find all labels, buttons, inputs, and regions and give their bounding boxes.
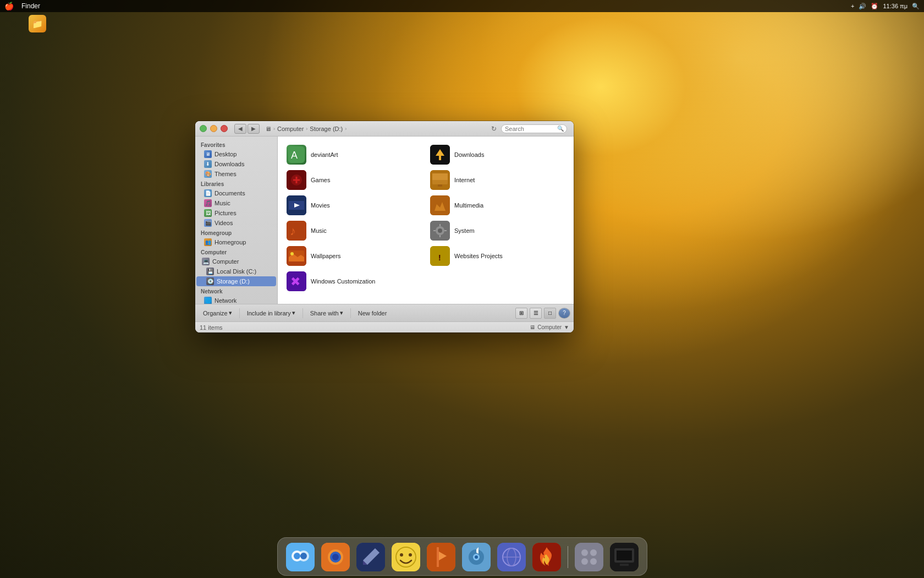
share-with-button[interactable]: Share with ▾ bbox=[306, 308, 348, 318]
scrollbar-indicator[interactable]: ▼ bbox=[564, 324, 569, 330]
file-item-system[interactable]: System bbox=[426, 218, 569, 243]
sidebar-item-music[interactable]: 🎵 Music bbox=[196, 198, 276, 208]
toolbar-sep-1 bbox=[239, 308, 240, 318]
smiley-icon bbox=[392, 543, 420, 571]
add-icon[interactable]: + bbox=[851, 3, 854, 9]
refresh-button[interactable]: ↻ bbox=[491, 125, 497, 133]
music-icon-small: 🎵 bbox=[204, 199, 212, 207]
sidebar-item-localdisk[interactable]: 💾 Local Disk (C:) bbox=[196, 266, 276, 276]
svg-point-33 bbox=[332, 554, 339, 560]
dock-itunes[interactable] bbox=[460, 541, 492, 573]
firefox-icon bbox=[321, 543, 350, 571]
sidebar-section-homegroup: Homegroup bbox=[195, 228, 277, 237]
dock-controls[interactable] bbox=[573, 541, 605, 573]
internet-label: Internet bbox=[454, 177, 475, 183]
wallpapers-label: Wallpapers bbox=[311, 253, 341, 259]
toolbar-sep-3 bbox=[350, 308, 351, 318]
help-button[interactable]: ? bbox=[558, 308, 570, 319]
sidebar-item-network[interactable]: 🌐 Network bbox=[196, 296, 276, 304]
sidebar-item-storage[interactable]: 💽 Storage (D:) bbox=[196, 276, 276, 286]
games-label: Games bbox=[311, 177, 330, 183]
dock-orange-app[interactable] bbox=[425, 541, 457, 573]
games-icon bbox=[287, 170, 306, 190]
dock-dark-app[interactable] bbox=[608, 541, 640, 573]
downloads-folder-icon bbox=[430, 145, 450, 165]
multimedia-label: Multimedia bbox=[454, 202, 483, 209]
search-box[interactable]: 🔍 bbox=[501, 124, 567, 133]
dock-smiley[interactable] bbox=[390, 541, 422, 573]
music-folder-icon: ♪ bbox=[287, 221, 306, 241]
sidebar-item-videos[interactable]: 🎬 Videos bbox=[196, 218, 276, 228]
search-menubar-icon[interactable]: 🔍 bbox=[912, 3, 920, 10]
dock-finder[interactable] bbox=[284, 541, 316, 573]
folder-icon-image: 📁 bbox=[29, 15, 46, 32]
themes-icon-small: 🎨 bbox=[204, 170, 212, 178]
pictures-icon-small: 🖼 bbox=[204, 209, 212, 217]
main-content: Favorites 🖥 Desktop ⬇ Downloads 🎨 Themes… bbox=[195, 137, 574, 304]
dock-firefox[interactable] bbox=[320, 541, 351, 573]
svg-point-53 bbox=[581, 558, 588, 565]
minimize-button[interactable] bbox=[210, 125, 217, 132]
sidebar-item-pictures[interactable]: 🖼 Pictures bbox=[196, 208, 276, 218]
svg-text:♪: ♪ bbox=[290, 224, 296, 238]
apple-menu[interactable]: 🍎 bbox=[4, 2, 14, 10]
toolbar: Organize ▾ Include in library ▾ Share wi… bbox=[195, 304, 574, 321]
search-icon[interactable]: 🔍 bbox=[557, 126, 564, 132]
dock-pencil[interactable] bbox=[355, 541, 387, 573]
volume-icon[interactable]: 🔊 bbox=[859, 3, 866, 10]
organize-button[interactable]: Organize ▾ bbox=[199, 308, 237, 318]
file-item-music[interactable]: ♪ Music bbox=[282, 218, 426, 243]
file-item-internet[interactable]: Internet bbox=[426, 167, 569, 193]
file-item-windows-cust[interactable]: ✖ Windows Customization bbox=[282, 269, 426, 294]
system-label: System bbox=[454, 227, 475, 234]
svg-text:!: ! bbox=[438, 253, 441, 262]
new-folder-button[interactable]: New folder bbox=[354, 309, 392, 318]
file-item-multimedia[interactable]: Multimedia bbox=[426, 193, 569, 218]
websites-icon: ! bbox=[430, 246, 450, 266]
svg-rect-50 bbox=[575, 543, 603, 571]
file-item-movies[interactable]: Movies bbox=[282, 193, 426, 218]
itunes-icon bbox=[462, 543, 491, 571]
close-button[interactable] bbox=[221, 125, 228, 132]
websites-label: Websites Projects bbox=[454, 253, 503, 259]
include-library-button[interactable]: Include in library ▾ bbox=[243, 308, 300, 318]
status-location: Computer bbox=[537, 324, 562, 330]
orange-app-icon bbox=[427, 543, 455, 571]
file-item-games[interactable]: Games bbox=[282, 167, 426, 193]
pencil-app-icon bbox=[356, 543, 385, 571]
computer-icon-status: 🖥 bbox=[530, 324, 535, 330]
sidebar-item-documents[interactable]: 📄 Documents bbox=[196, 188, 276, 198]
back-button[interactable]: ◀ bbox=[234, 124, 246, 134]
search-input[interactable] bbox=[505, 126, 557, 132]
file-item-downloads[interactable]: Downloads bbox=[426, 142, 569, 167]
svg-rect-58 bbox=[620, 564, 629, 566]
sidebar-section-computer: Computer bbox=[195, 247, 277, 257]
clock-icon[interactable]: ⏰ bbox=[871, 3, 878, 10]
sidebar-item-downloads[interactable]: ⬇ Downloads bbox=[196, 159, 276, 169]
windows-cust-label: Windows Customization bbox=[311, 278, 375, 285]
icon-view-button[interactable]: ⊞ bbox=[515, 308, 527, 319]
file-item-websites[interactable]: ! Websites Projects bbox=[426, 243, 569, 269]
titlebar: ◀ ▶ 🖥 › Computer › Storage (D:) › ↻ 🔍 bbox=[195, 121, 574, 137]
sidebar-item-themes[interactable]: 🎨 Themes bbox=[196, 169, 276, 179]
network-icon-small: 🌐 bbox=[204, 297, 212, 304]
preview-view-button[interactable]: □ bbox=[544, 308, 556, 319]
breadcrumb-storage[interactable]: Storage (D:) bbox=[310, 126, 343, 132]
system-icon bbox=[430, 221, 450, 241]
maximize-button[interactable] bbox=[200, 125, 207, 132]
svg-rect-57 bbox=[617, 550, 632, 560]
list-view-button[interactable]: ☰ bbox=[530, 308, 542, 319]
sidebar-item-desktop[interactable]: 🖥 Desktop bbox=[196, 149, 276, 159]
desktop-folder-icon[interactable]: 📁 bbox=[24, 15, 51, 34]
svg-point-20 bbox=[290, 252, 294, 255]
dock-flame[interactable] bbox=[531, 541, 563, 573]
sidebar-item-computer[interactable]: 💻 Computer bbox=[196, 257, 276, 266]
breadcrumb-computer[interactable]: Computer bbox=[277, 126, 304, 132]
forward-button[interactable]: ▶ bbox=[248, 124, 260, 134]
sidebar-item-homegroup[interactable]: 👥 Homegroup bbox=[196, 237, 276, 247]
finder-icon bbox=[286, 543, 315, 571]
file-item-deviantart[interactable]: A deviantArt bbox=[282, 142, 426, 167]
dock-globe[interactable] bbox=[496, 541, 527, 573]
file-item-wallpapers[interactable]: Wallpapers bbox=[282, 243, 426, 269]
toolbar-sep-2 bbox=[302, 308, 303, 318]
